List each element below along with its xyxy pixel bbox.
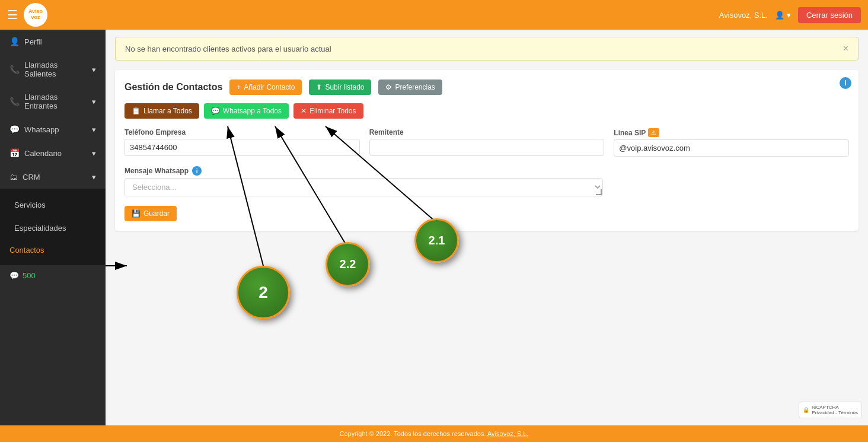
- whatsapp-all-icon: 💬: [211, 107, 220, 115]
- whatsapp-count-item[interactable]: 💬 500: [0, 265, 106, 286]
- call-all-icon: 📋: [132, 107, 141, 115]
- crm-icon: 🗂: [9, 172, 18, 182]
- remitente-group: Remitente: [369, 128, 605, 157]
- whatsapp-arrow: ▾: [92, 125, 96, 134]
- panel-header: Gestión de Contactos + Añadir Contacto ⬆…: [125, 80, 849, 95]
- preferences-icon: ⚙: [385, 83, 392, 91]
- user-dropdown-arrow: ▾: [787, 11, 791, 20]
- sidebar-item-label-llamadas-salientes: Llamadas Salientes: [24, 61, 87, 78]
- whatsapp-count-label: 500: [23, 271, 36, 280]
- sip-warning-badge: ⚠: [648, 128, 659, 137]
- top-navbar: ☰ Avisovoz Avisovoz, S.L. 👤 ▾ Cerrar ses…: [0, 0, 868, 30]
- save-button[interactable]: 💾 Guardar: [125, 206, 177, 221]
- annotation-bubble-21: 2.1: [414, 218, 459, 263]
- sidebar-item-label-servicios: Servicios: [14, 201, 46, 209]
- recaptcha-text: reCAPTCHAPrivacidad - Términos: [812, 405, 858, 415]
- alert-message: No se han encontrado clientes activos pa…: [125, 44, 331, 53]
- panel-title: Gestión de Contactos: [125, 82, 222, 93]
- annotation-bubble-22: 2.2: [326, 242, 370, 287]
- whatsapp-count-icon: 💬: [9, 271, 19, 280]
- delete-all-label: Eliminar Todos: [309, 107, 356, 115]
- content-area: No se han encontrado clientes activos pa…: [106, 30, 868, 425]
- sidebar-item-llamadas-entrantes[interactable]: 📞 Llamadas Entrantes ▾: [0, 85, 106, 117]
- mensaje-select[interactable]: Selecciona...: [125, 178, 603, 196]
- whatsapp-icon: 💬: [9, 125, 20, 134]
- remitente-label: Remitente: [369, 128, 605, 136]
- user-icon: 👤: [775, 11, 784, 20]
- upload-list-button[interactable]: ⬆ Subir listado: [309, 80, 371, 95]
- remitente-input[interactable]: [369, 139, 605, 156]
- sidebar-item-label-calendario: Calendario: [24, 149, 62, 158]
- alert-close-button[interactable]: ×: [843, 43, 848, 54]
- linea-sip-group: Linea SIP ⚠: [614, 128, 849, 157]
- sidebar: 👤 Perfil 📞 Llamadas Salientes ▾ 📞 Llamad…: [0, 30, 106, 425]
- sidebar-item-label-llamadas-entrantes: Llamadas Entrantes: [24, 93, 87, 110]
- panel-info-icon[interactable]: i: [840, 77, 851, 89]
- add-contact-label: Añadir Contacto: [244, 83, 295, 91]
- save-label: Guardar: [143, 209, 170, 218]
- perfil-icon: 👤: [9, 37, 20, 46]
- delete-all-button[interactable]: ✕ Eliminar Todos: [293, 103, 363, 119]
- phone-empresa-input[interactable]: [125, 139, 360, 156]
- mensaje-info-icon[interactable]: i: [192, 166, 202, 176]
- upload-list-label: Subir listado: [325, 83, 364, 91]
- footer-company-link[interactable]: Avisovoz, S.L.: [487, 430, 529, 437]
- linea-sip-field-header: Linea SIP ⚠: [614, 128, 849, 137]
- sidebar-item-label-crm: CRM: [23, 173, 40, 182]
- sidebar-item-label-perfil: Perfil: [24, 37, 42, 46]
- calendario-icon: 📅: [9, 148, 20, 158]
- preferences-button[interactable]: ⚙ Preferencias: [378, 80, 442, 95]
- logo: Avisovoz: [24, 3, 47, 27]
- form-row-1: Teléfono Empresa Remitente Linea SIP ⚠: [125, 128, 849, 157]
- phone-empresa-group: Teléfono Empresa: [125, 128, 360, 157]
- linea-sip-label: Linea SIP: [614, 129, 646, 137]
- sidebar-item-calendario[interactable]: 📅 Calendario ▾: [0, 141, 106, 165]
- recaptcha-badge: 🔒 reCAPTCHAPrivacidad - Términos: [799, 402, 862, 418]
- add-contact-button[interactable]: + Añadir Contacto: [229, 80, 302, 95]
- recaptcha-icon: 🔒: [803, 407, 809, 413]
- sidebar-item-label-contactos: Contactos: [9, 246, 44, 255]
- call-all-label: Llamar a Todos: [143, 107, 192, 115]
- whatsapp-all-label: Whatsapp a Todos: [223, 107, 282, 115]
- hamburger-icon[interactable]: ☰: [7, 8, 18, 22]
- logo-text: Avisovoz: [28, 9, 43, 21]
- mensaje-whatsapp-label: Mensaje Whatsapp: [125, 167, 189, 175]
- llamadas-entrantes-icon: 📞: [9, 97, 20, 106]
- main-layout: 👤 Perfil 📞 Llamadas Salientes ▾ 📞 Llamad…: [0, 30, 868, 425]
- phone-empresa-label: Teléfono Empresa: [125, 128, 360, 136]
- company-name: Avisovoz, S.L.: [719, 11, 768, 20]
- linea-sip-input[interactable]: [614, 139, 849, 157]
- logout-button[interactable]: Cerrar sesión: [798, 7, 861, 23]
- sidebar-item-llamadas-salientes[interactable]: 📞 Llamadas Salientes ▾: [0, 53, 106, 85]
- mensaje-textarea-wrapper: Selecciona...: [125, 178, 603, 196]
- preferences-label: Preferencias: [395, 83, 435, 91]
- delete-all-icon: ✕: [301, 107, 307, 115]
- sidebar-item-contactos[interactable]: Contactos: [0, 240, 106, 260]
- annotation-bubble-2: 2: [237, 266, 290, 319]
- call-all-button[interactable]: 📋 Llamar a Todos: [125, 103, 199, 119]
- sidebar-item-label-whatsapp: Whatsapp: [24, 125, 59, 134]
- llamadas-entrantes-arrow: ▾: [92, 97, 96, 106]
- mensaje-whatsapp-group: Mensaje Whatsapp i Selecciona...: [125, 166, 603, 196]
- sidebar-item-servicios[interactable]: Servicios: [0, 193, 106, 217]
- add-contact-icon: +: [237, 83, 241, 91]
- sidebar-contacts-section: Servicios Especialidades Contactos: [0, 189, 106, 265]
- calendario-arrow: ▾: [92, 149, 96, 158]
- navbar-right: Avisovoz, S.L. 👤 ▾ Cerrar sesión: [719, 7, 861, 23]
- action-buttons-row: 📋 Llamar a Todos 💬 Whatsapp a Todos ✕ El…: [125, 103, 849, 119]
- sidebar-item-perfil[interactable]: 👤 Perfil: [0, 30, 106, 53]
- footer-copyright: Copyright © 2022. Todos los derechos res…: [340, 430, 486, 437]
- whatsapp-all-button[interactable]: 💬 Whatsapp a Todos: [204, 103, 289, 119]
- sidebar-item-whatsapp[interactable]: 💬 Whatsapp ▾: [0, 117, 106, 141]
- llamadas-salientes-icon: 📞: [9, 65, 20, 74]
- save-icon: 💾: [132, 209, 141, 218]
- llamadas-salientes-arrow: ▾: [92, 65, 96, 74]
- sidebar-item-crm[interactable]: 🗂 CRM ▾: [0, 165, 106, 189]
- sidebar-item-especialidades[interactable]: Especialidades: [0, 217, 106, 240]
- navbar-left: ☰ Avisovoz: [7, 3, 47, 27]
- upload-icon: ⬆: [316, 83, 322, 91]
- footer: Copyright © 2022. Todos los derechos res…: [0, 425, 868, 442]
- contacts-panel: i Gestión de Contactos + Añadir Contacto…: [115, 70, 859, 231]
- crm-arrow: ▾: [92, 173, 96, 182]
- user-menu-button[interactable]: 👤 ▾: [775, 11, 791, 20]
